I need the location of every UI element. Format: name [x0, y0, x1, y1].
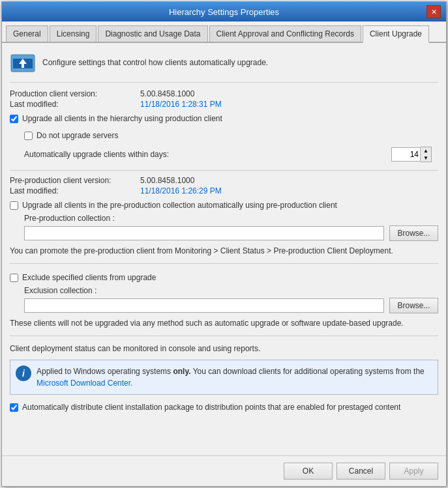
auto-upgrade-spinner: ▲ ▼	[421, 147, 432, 162]
auto-distribute-row: Automatically distribute client installa…	[10, 403, 438, 412]
pre-prod-info: Pre-production client version: 5.00.8458…	[10, 176, 438, 197]
preprod-modified-label: Last modified:	[10, 186, 140, 195]
tab-bar: General Licensing Diagnostic and Usage D…	[2, 22, 446, 43]
tab-licensing[interactable]: Licensing	[50, 25, 97, 42]
prod-version-value: 5.00.8458.1000	[140, 89, 194, 98]
prod-modified-row: Last modified: 11/18/2016 1:28:31 PM	[10, 100, 438, 109]
ok-button[interactable]: OK	[284, 463, 333, 480]
auto-upgrade-row: Automatically upgrade clients within day…	[24, 147, 438, 162]
exclusion-collection-row: Browse...	[24, 298, 438, 313]
auto-upgrade-label: Automatically upgrade clients within day…	[24, 150, 169, 159]
only-text: only.	[173, 367, 190, 376]
preprod-modified-row: Last modified: 11/18/2016 1:26:29 PM	[10, 186, 438, 195]
deployment-status-text: Client deployment status can be monitore…	[10, 344, 438, 353]
preprod-version-value: 5.00.8458.1000	[140, 176, 194, 185]
bottom-bar: OK Cancel Apply	[2, 455, 446, 486]
main-window: Hierarchy Settings Properties ✕ General …	[1, 1, 447, 487]
preprod-modified-value: 11/18/2016 1:26:29 PM	[140, 186, 222, 195]
info-box-text: Applied to Windows operating systems onl…	[37, 366, 432, 389]
exclude-clients-row: Exclude specified clients from upgrade	[10, 273, 438, 282]
pre-prod-collection-section: Pre-production collection : Browse...	[24, 214, 438, 244]
header-text: Configure settings that control how clie…	[42, 58, 268, 67]
auto-distribute-label: Automatically distribute client installa…	[22, 403, 400, 412]
info-icon: i	[16, 366, 31, 381]
exclusion-hint: These clients will not be upgraded via a…	[10, 319, 438, 328]
spinner-down-button[interactable]: ▼	[421, 154, 431, 162]
prod-version-label: Production client version:	[10, 89, 140, 98]
window-title: Hierarchy Settings Properties	[22, 7, 426, 17]
do-not-upgrade-row: Do not upgrade servers	[24, 131, 438, 140]
exclude-clients-label: Exclude specified clients from upgrade	[22, 273, 156, 282]
content-area: Configure settings that control how clie…	[2, 43, 446, 455]
info-box: i Applied to Windows operating systems o…	[10, 360, 438, 395]
preprod-version-row: Pre-production client version: 5.00.8458…	[10, 176, 438, 185]
header-section: Configure settings that control how clie…	[10, 50, 438, 83]
pre-prod-collection-label: Pre-production collection :	[24, 214, 438, 223]
do-not-upgrade-checkbox[interactable]	[24, 132, 33, 140]
tab-general[interactable]: General	[6, 25, 48, 42]
auto-distribute-checkbox[interactable]	[10, 403, 18, 412]
exclude-clients-checkbox[interactable]	[10, 274, 18, 282]
upgrade-all-row: Upgrade all clients in the hierarchy usi…	[10, 114, 438, 123]
window-controls: ✕	[426, 5, 441, 18]
prod-version-row: Production client version: 5.00.8458.100…	[10, 89, 438, 98]
upgrade-preprod-label: Upgrade all clients in the pre-productio…	[22, 201, 337, 210]
exclusion-collection-label: Exclusion collection :	[24, 286, 438, 295]
apply-button[interactable]: Apply	[389, 463, 438, 480]
tab-client-upgrade[interactable]: Client Upgrade	[363, 25, 429, 43]
prod-modified-label: Last modified:	[10, 100, 140, 109]
pre-prod-collection-row: Browse...	[24, 225, 438, 241]
upgrade-preprod-row: Upgrade all clients in the pre-productio…	[10, 201, 438, 210]
auto-upgrade-input[interactable]: 14	[391, 147, 421, 162]
prod-modified-value: 11/18/2016 1:28:31 PM	[140, 100, 222, 109]
pre-prod-browse-button[interactable]: Browse...	[389, 225, 438, 241]
cancel-button[interactable]: Cancel	[336, 463, 385, 480]
spinner-up-button[interactable]: ▲	[421, 147, 431, 154]
upgrade-all-label: Upgrade all clients in the hierarchy usi…	[22, 114, 222, 123]
pre-prod-hint: You can promote the pre-production clien…	[10, 246, 438, 255]
preprod-version-label: Pre-production client version:	[10, 176, 140, 185]
title-bar: Hierarchy Settings Properties ✕	[2, 2, 446, 22]
tab-diagnostic[interactable]: Diagnostic and Usage Data	[98, 25, 207, 42]
upgrade-all-checkbox[interactable]	[10, 115, 18, 123]
upgrade-icon	[10, 50, 36, 76]
exclusion-collection-input[interactable]	[24, 298, 384, 313]
tab-client-approval[interactable]: Client Approval and Conflicting Records	[209, 25, 361, 42]
upgrade-preprod-checkbox[interactable]	[10, 201, 18, 210]
close-button[interactable]: ✕	[426, 5, 441, 18]
pre-prod-collection-input[interactable]	[24, 226, 384, 240]
exclusion-browse-button[interactable]: Browse...	[389, 298, 438, 313]
svg-rect-2	[13, 57, 33, 59]
download-center-link[interactable]: Microsoft Download Center.	[37, 379, 132, 388]
exclusion-collection-section: Exclusion collection : Browse...	[24, 286, 438, 316]
production-info: Production client version: 5.00.8458.100…	[10, 89, 438, 110]
do-not-upgrade-label: Do not upgrade servers	[37, 131, 118, 140]
